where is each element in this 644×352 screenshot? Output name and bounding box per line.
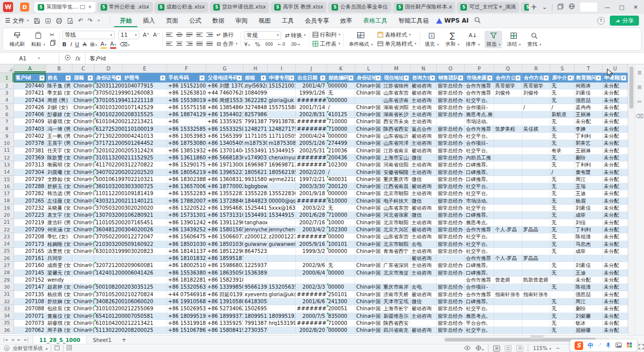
cell[interactable]: 陕西省西安 [382,320,411,326]
table-header-cell[interactable]: 邮政编码▾ [327,73,355,82]
sogou-logo-icon[interactable]: S [575,341,583,350]
column-header-R[interactable]: R [522,64,550,73]
cell[interactable]: 未分配 [603,327,628,333]
cell[interactable]: 无 [550,305,575,312]
cell[interactable]: wjrme221( [268,176,296,183]
cell[interactable]: 135522836 [244,190,268,197]
tab-审阅[interactable]: 审阅 [230,15,253,27]
tab-list-chevron-icon[interactable]: ⌄ [542,4,547,11]
row-header[interactable]: 27 [0,262,14,269]
row-header[interactable]: 28 [0,270,14,276]
cell[interactable]: 370502200012272047 [95,233,123,240]
cell[interactable]: 湖南省长沙 [382,111,411,118]
cell[interactable] [522,305,550,312]
tab-开始[interactable]: 开始 [114,15,137,27]
cell[interactable]: China中国 [72,284,95,290]
cell[interactable]: 陈歆赟 (女 [46,154,72,161]
cell[interactable] [268,255,296,261]
cell[interactable] [355,97,382,104]
cell[interactable]: 刘素佳 [575,262,603,269]
print-preview-icon[interactable] [67,18,73,24]
cell[interactable]: 未分配 [603,284,628,290]
cell[interactable]: China中国 [72,133,95,139]
filter-dropdown-icon[interactable]: ▾ [261,75,266,80]
cell[interactable]: 梁馨元 (女 [46,270,72,276]
cell[interactable]: China中国 [72,82,95,89]
italic-button[interactable]: I [70,41,71,48]
fullscreen-icon[interactable] [638,344,644,350]
cell[interactable]: 117110505 [244,133,268,139]
cell[interactable]: 刘俊伶 [494,90,522,96]
cell[interactable]: +86 17882007 [167,198,206,204]
cell[interactable]: 无 [327,262,355,269]
cell[interactable]: 710000 [327,212,355,218]
cell[interactable]: China中国 [355,248,382,254]
cell[interactable]: ######## [296,233,327,240]
cell[interactable]: 被动咨询 [411,291,437,298]
cell[interactable] [494,118,522,125]
cell[interactable] [494,313,522,319]
cell[interactable]: 济南市天桥 [382,291,411,298]
cell[interactable]: China中国 [355,291,382,298]
cell[interactable]: 留学总经办 [437,291,465,298]
cell[interactable]: 舒欣娴 (女 [46,298,72,305]
cell[interactable]: +86 15320563 [167,284,206,290]
cell[interactable]: 留学总经办 [437,226,465,233]
filter-dropdown-icon[interactable]: ▾ [289,75,294,80]
borders-button[interactable]: ⊞▾ [90,41,97,48]
cell[interactable]: 留学总经办 [437,198,465,204]
cell[interactable]: 未分配 [603,198,628,204]
filter-dropdown-icon[interactable]: ▾ [160,75,166,80]
cell[interactable]: +44 7460762888 [206,90,244,96]
cell[interactable]: China中国 [72,219,95,226]
filter-dropdown-icon[interactable]: ▾ [621,75,626,80]
cell[interactable]: 陕西省西安 [382,126,411,132]
cell[interactable]: 124827175 [244,126,268,132]
cell[interactable]: 200120 [327,183,355,190]
cell[interactable] [244,255,268,261]
cell[interactable]: 舒妍玉 (女 [46,183,72,190]
cell[interactable]: +86 1370140448 [206,147,244,154]
row-header[interactable]: 30 [0,284,14,290]
cell[interactable]: 无 [550,262,575,269]
filter-button[interactable]: 筛选 ▾ [485,31,503,48]
document-tab[interactable]: S英国留学生…✕ [34,2,96,13]
cell[interactable]: China中国 [355,241,382,247]
cell[interactable] [494,205,522,211]
side-tool-icon[interactable]: ✂ [637,99,641,105]
cell[interactable]: 杨欣雨 (女 [46,291,72,298]
export-icon[interactable] [45,18,51,24]
cell[interactable]: 留学总经办 [437,183,465,190]
cell[interactable] [522,270,550,276]
cell[interactable]: 丁利利 [575,226,603,233]
cell[interactable]: China中国 [72,205,95,211]
cell[interactable]: 左佳薇 (女 [46,198,72,204]
cell[interactable]: 未分配 [603,111,628,118]
tab-数据[interactable]: 数据 [207,15,230,27]
cell[interactable]: 未分配 [603,291,628,298]
cell[interactable]: 王晨宇 (男 [46,140,72,146]
document-tab[interactable]: S宁夏教师样本.xlsx [521,2,529,13]
cell[interactable]: +86 18753080 [167,140,206,146]
cell[interactable]: 新疆维吾尔 [382,313,411,319]
align-center-icon[interactable] [176,42,183,46]
cell[interactable]: 陈祖清 [575,284,603,290]
cell[interactable]: +86 1580156591 [206,226,244,233]
cell[interactable]: 留学总经办 [437,298,465,305]
cell[interactable]: 留学总经办 [437,313,465,319]
table-header-cell[interactable]: 护照号▾ [123,73,167,82]
cell[interactable]: 新航道 [550,111,575,118]
cell[interactable]: 吴晓蔓 (女 [46,205,72,211]
cell[interactable]: 北京市朝阳 [382,241,411,247]
cell[interactable]: 安徽省铜陵 [382,169,411,175]
cell[interactable]: 207406 [14,111,46,118]
table-header-cell[interactable]: 出生日期▾ [296,73,327,82]
cell[interactable]: 710000 [327,320,355,326]
last-sheet-icon[interactable]: ►| [24,337,29,342]
cell[interactable]: China中国 [355,284,382,290]
tab-表格工具[interactable]: 表格工具 [358,15,393,27]
cell[interactable] [494,133,522,139]
cell[interactable]: 000000 [327,190,355,197]
cell[interactable] [550,255,575,261]
cell[interactable] [522,205,550,211]
